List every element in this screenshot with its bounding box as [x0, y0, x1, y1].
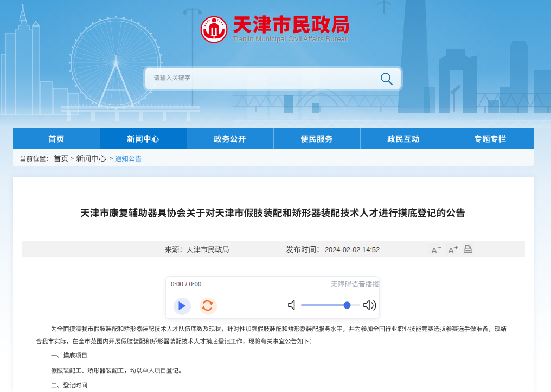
svg-text:A: A	[449, 246, 454, 255]
svg-text:A: A	[432, 246, 437, 255]
